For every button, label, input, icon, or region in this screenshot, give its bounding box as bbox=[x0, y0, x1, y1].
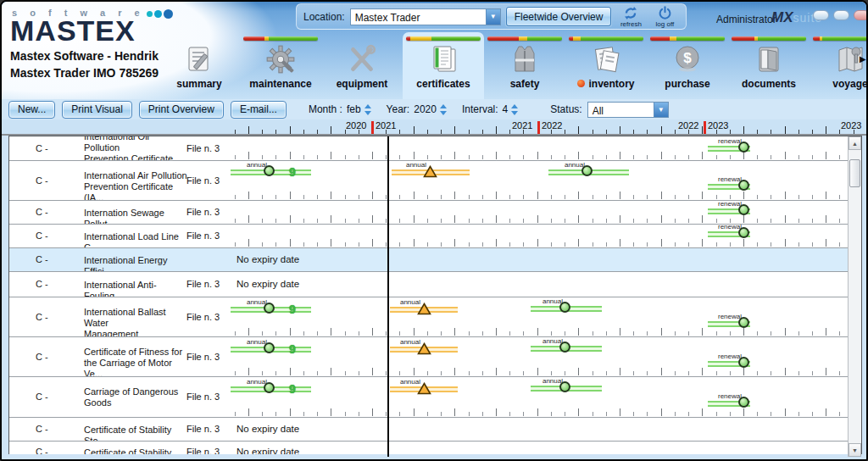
certificate-row[interactable]: C -Carriage of DangerousGoodsFile n. 3an… bbox=[9, 377, 861, 418]
file-number: File n. 3 bbox=[186, 143, 220, 153]
row-ruler-tick bbox=[523, 331, 524, 336]
email-button[interactable]: E-mail... bbox=[231, 101, 287, 119]
warning-triangle-marker[interactable] bbox=[423, 165, 437, 181]
status-circle-marker[interactable] bbox=[738, 204, 749, 215]
scroll-down-button[interactable]: ▼ bbox=[849, 443, 861, 457]
tab-summary[interactable]: summary bbox=[159, 32, 240, 99]
row-ruler-tick bbox=[716, 331, 717, 336]
ruler-tick bbox=[469, 130, 470, 134]
tab-overflow-arrow[interactable]: ▶ bbox=[860, 54, 866, 64]
certificate-row[interactable]: C -Internation Sewage Pollut...File n. 3… bbox=[9, 201, 861, 225]
row-ruler-tick bbox=[317, 412, 318, 416]
month-stepper[interactable] bbox=[364, 104, 371, 115]
certificate-row[interactable]: C -International Anti-Fouling...File n. … bbox=[9, 272, 861, 297]
row-ruler-tick bbox=[414, 239, 415, 247]
tab-safety[interactable]: safety bbox=[484, 32, 565, 99]
status-circle-marker[interactable] bbox=[264, 342, 275, 353]
status-circle-marker[interactable] bbox=[738, 317, 749, 328]
location-value: Mastex Trader bbox=[351, 9, 486, 25]
refresh-label: refresh bbox=[620, 20, 642, 28]
tab-maintenance[interactable]: maintenance bbox=[240, 32, 321, 99]
certificate-row[interactable]: C -International Load Line C...File n. 3… bbox=[9, 225, 861, 248]
ruler-tick bbox=[331, 126, 331, 134]
tab-inventory[interactable]: inventory bbox=[565, 32, 647, 99]
logo-dots-icon bbox=[145, 8, 173, 18]
row-ruler-tick bbox=[235, 331, 236, 336]
year-boundary-tick bbox=[704, 121, 706, 134]
certificate-row[interactable]: C -International Ballast WaterManagement… bbox=[9, 297, 861, 337]
ruler-tick bbox=[399, 130, 400, 134]
warning-triangle-marker[interactable] bbox=[417, 382, 431, 398]
annual-green-label: annual bbox=[531, 297, 563, 305]
status-circle-marker[interactable] bbox=[738, 142, 749, 153]
module-tabs: summarymaintenanceequipmentcertificatess… bbox=[159, 32, 868, 99]
status-circle-marker[interactable] bbox=[559, 381, 570, 392]
print-overview-button[interactable]: Print Overview bbox=[139, 101, 224, 119]
status-circle-marker[interactable] bbox=[738, 397, 749, 408]
certificate-row[interactable]: C -International Oil PollutionPrevention… bbox=[9, 136, 861, 161]
tab-purchase[interactable]: $purchase bbox=[647, 32, 728, 99]
tab-equipment[interactable]: equipment bbox=[321, 32, 403, 99]
tab-documents[interactable]: documents bbox=[728, 32, 810, 99]
status-circle-marker[interactable] bbox=[264, 303, 275, 314]
row-ruler-tick bbox=[812, 195, 813, 199]
certificate-row[interactable]: C -International Air PollutionPrevention… bbox=[9, 161, 861, 201]
chevron-down-icon[interactable]: ▼ bbox=[486, 9, 500, 25]
row-ruler-tick bbox=[647, 219, 648, 223]
vertical-scrollbar[interactable]: ▲ ▼ bbox=[848, 136, 861, 457]
interval-stepper[interactable] bbox=[511, 104, 518, 115]
tab-voyage[interactable]: voyage bbox=[810, 32, 868, 99]
row-ruler-tick bbox=[386, 242, 387, 247]
status-circle-marker[interactable] bbox=[738, 357, 749, 368]
refresh-button[interactable]: refresh bbox=[616, 6, 645, 28]
print-visual-button[interactable]: Print Visual bbox=[62, 101, 131, 119]
row-ruler-tick bbox=[509, 242, 510, 247]
minimize-button[interactable] bbox=[813, 10, 829, 20]
status-circle-marker[interactable] bbox=[264, 382, 275, 393]
row-ruler-tick bbox=[839, 219, 840, 223]
row-ruler-tick bbox=[798, 371, 799, 375]
app-window: s o f t w a r e MASTEX Mastex Software -… bbox=[0, 0, 868, 461]
certificate-row[interactable]: C -Certificate of Fitness forthe Carriag… bbox=[9, 337, 861, 377]
status-select[interactable]: All ▼ bbox=[587, 102, 669, 118]
tab-label: maintenance bbox=[249, 78, 311, 90]
close-button[interactable] bbox=[854, 10, 868, 20]
ruler-tick bbox=[441, 130, 442, 134]
row-ruler-tick bbox=[482, 155, 483, 159]
row-ruler-tick bbox=[290, 192, 291, 199]
certificate-row[interactable]: C -International Energy Effici...No expi… bbox=[9, 248, 861, 272]
row-ruler-tick bbox=[469, 371, 470, 375]
status-circle-marker[interactable] bbox=[559, 342, 570, 353]
row-ruler-tick bbox=[702, 152, 703, 159]
status-circle-marker[interactable] bbox=[559, 302, 570, 313]
status-circle-marker[interactable] bbox=[264, 165, 275, 176]
annual-orange-label: annual bbox=[392, 161, 426, 169]
ruler-tick bbox=[757, 130, 758, 134]
status-circle-marker[interactable] bbox=[738, 180, 749, 191]
row-ruler-tick bbox=[427, 412, 428, 416]
scrollbar-thumb[interactable] bbox=[849, 159, 860, 187]
warning-triangle-marker[interactable] bbox=[417, 303, 431, 319]
row-ruler-tick bbox=[523, 412, 524, 416]
year-stepper[interactable] bbox=[440, 104, 447, 115]
year-label: Year: bbox=[387, 103, 410, 115]
warning-triangle-marker[interactable] bbox=[417, 342, 431, 358]
row-ruler-tick bbox=[248, 328, 249, 336]
certificate-row[interactable]: C -Certificate of Stability Sto...File n… bbox=[9, 418, 861, 442]
status-circle-marker[interactable] bbox=[738, 227, 749, 238]
status-circle-marker[interactable] bbox=[581, 165, 593, 176]
year-label: 2020 bbox=[346, 120, 366, 131]
maximize-button[interactable] bbox=[833, 10, 849, 20]
new-button[interactable]: New... bbox=[8, 101, 55, 119]
lifevest-icon bbox=[509, 43, 541, 75]
ruler-tick bbox=[565, 130, 565, 134]
logoff-button[interactable]: log off bbox=[650, 6, 679, 28]
scroll-up-button[interactable]: ▲ bbox=[849, 136, 861, 150]
fleetwide-overview-button[interactable]: Fleetwide Overview bbox=[506, 7, 612, 26]
month-value: feb bbox=[347, 103, 361, 115]
location-select[interactable]: Mastex Trader ▼ bbox=[350, 8, 501, 25]
row-ruler-tick bbox=[593, 219, 593, 223]
chevron-down-icon[interactable]: ▼ bbox=[654, 103, 668, 117]
tab-certificates[interactable]: certificates bbox=[403, 32, 484, 99]
row-ruler-tick bbox=[633, 155, 634, 159]
